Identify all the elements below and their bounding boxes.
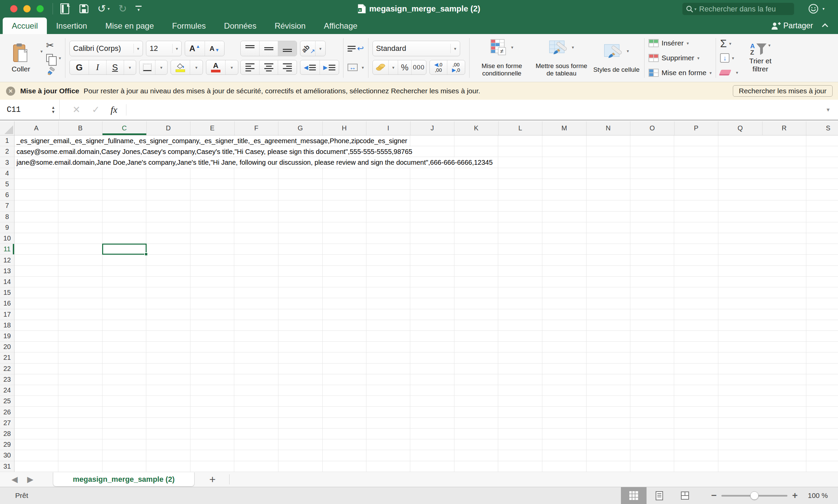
grid-row-12[interactable] [15, 255, 838, 266]
minimize-window-button[interactable] [23, 5, 31, 13]
wrap-text-button[interactable]: ↩ [348, 44, 364, 53]
grid-row-30[interactable] [15, 450, 838, 461]
decrease-indent-button[interactable]: ◀ [300, 60, 320, 74]
column-header-R[interactable]: R [763, 121, 807, 135]
percent-button[interactable]: % [398, 60, 412, 74]
row-header-10[interactable]: 10 [0, 233, 14, 244]
font-size-select[interactable]: 12 ▾ [146, 41, 182, 56]
number-format-select[interactable]: Standard ▾ [372, 41, 460, 56]
zoom-slider[interactable] [721, 495, 787, 497]
row-header-20[interactable]: 20 [0, 342, 14, 353]
formula-input[interactable] [126, 100, 825, 120]
row-header-28[interactable]: 28 [0, 429, 14, 439]
row-header-3[interactable]: 3 [0, 157, 14, 168]
confirm-entry-icon[interactable]: ✓ [92, 104, 100, 115]
close-window-button[interactable] [10, 5, 18, 13]
row-header-17[interactable]: 17 [0, 309, 14, 320]
grid-row-15[interactable] [15, 287, 838, 298]
grid-row-8[interactable] [15, 212, 838, 222]
search-input[interactable]: ▾ Rechercher dans la feu [682, 3, 794, 15]
cell-text-row-3[interactable]: jane@some.email.domain,Jane Doe,Jane's c… [15, 157, 494, 167]
column-header-B[interactable]: B [59, 121, 103, 135]
align-left-button[interactable] [241, 60, 260, 74]
grid-row-26[interactable] [15, 407, 838, 417]
grid-row-4[interactable] [15, 168, 838, 179]
active-sheet-tab[interactable]: megasign_merge_sample (2) [53, 472, 194, 486]
shrink-font-button[interactable]: A▼ [205, 41, 225, 56]
cancel-entry-icon[interactable]: ✕ [72, 104, 80, 115]
align-center-button[interactable] [260, 60, 278, 74]
font-color-button[interactable]: A [206, 60, 226, 74]
column-header-O[interactable]: O [630, 121, 675, 135]
paste-dropdown-caret[interactable]: ▾ [40, 49, 43, 54]
add-sheet-button[interactable]: + [209, 474, 216, 484]
grid-row-27[interactable] [15, 418, 838, 429]
grid-row-29[interactable] [15, 439, 838, 450]
undo-dropdown-caret[interactable]: ▾ [107, 6, 109, 11]
grid-row-25[interactable] [15, 396, 838, 407]
grid-row-14[interactable] [15, 276, 838, 287]
tab-affichage[interactable]: Affichage [315, 18, 367, 34]
format-painter-button[interactable] [46, 65, 62, 76]
row-header-2[interactable]: 2 [0, 146, 14, 157]
grid-row-20[interactable] [15, 342, 838, 353]
column-header-L[interactable]: L [499, 121, 543, 135]
prev-sheet-button[interactable]: ◀ [12, 475, 18, 484]
column-header-K[interactable]: K [454, 121, 499, 135]
column-header-C[interactable]: C [103, 121, 147, 135]
column-header-H[interactable]: H [322, 121, 367, 135]
name-box-stepper[interactable]: ▲▼ [50, 106, 57, 113]
grid-row-9[interactable] [15, 222, 838, 233]
copy-button[interactable]: ▾ [46, 53, 62, 63]
row-header-16[interactable]: 16 [0, 298, 14, 309]
tab-formules[interactable]: Formules [163, 18, 215, 34]
align-top-button[interactable] [241, 41, 260, 56]
paste-button[interactable]: Coller [5, 39, 37, 77]
row-header-31[interactable]: 31 [0, 461, 14, 472]
search-scope-caret[interactable]: ▾ [694, 7, 696, 12]
name-box[interactable]: C11 [0, 100, 50, 120]
grid-row-24[interactable] [15, 385, 838, 396]
row-header-19[interactable]: 19 [0, 331, 14, 342]
align-right-button[interactable] [278, 60, 297, 74]
merge-cells-button[interactable]: ↔ ▾ [348, 64, 364, 71]
row-header-7[interactable]: 7 [0, 200, 14, 211]
delete-cells-button[interactable]: Supprimer ▾ [649, 52, 712, 64]
grid-row-23[interactable] [15, 374, 838, 385]
save-button[interactable] [79, 4, 89, 14]
column-header-F[interactable]: F [234, 121, 279, 135]
column-header-I[interactable]: I [366, 121, 411, 135]
grid-row-7[interactable] [15, 200, 838, 211]
select-all-corner[interactable] [0, 121, 15, 136]
grid-row-21[interactable] [15, 353, 838, 363]
selected-cell-outline[interactable] [102, 244, 147, 255]
cell-text-row-1[interactable]: _es_signer_email,_es_signer_fullname,_es… [15, 136, 408, 146]
grid-row-17[interactable] [15, 309, 838, 320]
share-button[interactable]: Partager [771, 18, 813, 34]
feedback-button[interactable]: ▾ [808, 3, 824, 14]
tab-révision[interactable]: Révision [266, 18, 315, 34]
bold-button[interactable]: G [70, 60, 89, 74]
grid-row-18[interactable] [15, 320, 838, 331]
normal-view-button[interactable] [621, 487, 647, 504]
cell-text-row-2[interactable]: casey@some.email.domain,Casey Jones,Case… [15, 147, 414, 157]
column-header-S[interactable]: S [806, 121, 838, 135]
row-header-18[interactable]: 18 [0, 320, 14, 331]
fill-color-button[interactable] [171, 60, 190, 74]
tab-accueil[interactable]: Accueil [3, 18, 47, 34]
zoom-in-button[interactable]: + [787, 490, 802, 501]
row-header-27[interactable]: 27 [0, 418, 14, 429]
row-header-25[interactable]: 25 [0, 396, 14, 407]
sort-filter-button[interactable]: AZ ▾ Trier et filtrer [744, 43, 776, 73]
currency-dropdown[interactable]: ▾ [389, 60, 398, 74]
italic-button[interactable]: I [89, 60, 106, 74]
redo-button[interactable]: ↻ [118, 4, 127, 14]
zoom-out-button[interactable]: − [706, 490, 721, 501]
decrease-decimal-button[interactable]: ◀,0,00 [430, 60, 448, 74]
customize-toolbar-button[interactable]: ▼ [136, 6, 142, 12]
column-header-G[interactable]: G [278, 121, 322, 135]
format-as-table-button[interactable]: ▾ Mettre sous forme de tableau [531, 39, 592, 77]
grid-row-5[interactable] [15, 179, 838, 190]
currency-button[interactable] [373, 60, 389, 74]
check-updates-button[interactable]: Rechercher les mises à jour [733, 85, 833, 97]
